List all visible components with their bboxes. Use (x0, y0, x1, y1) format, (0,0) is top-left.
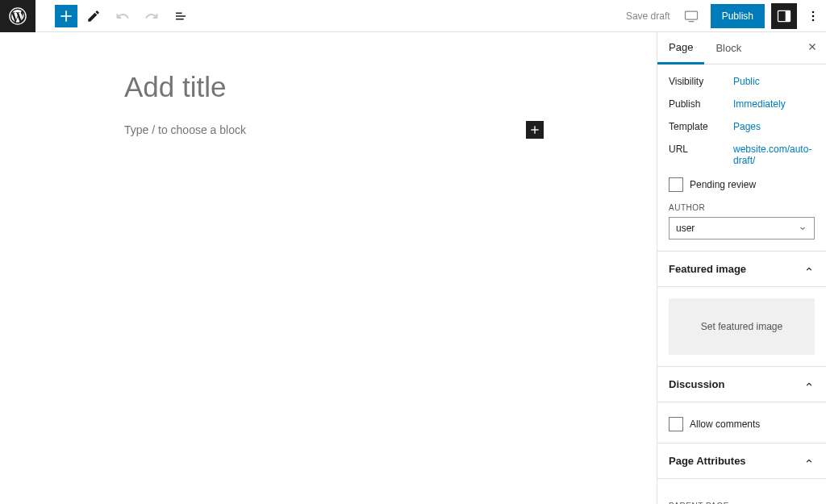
chevron-up-icon (803, 264, 815, 275)
top-toolbar: Save draft Publish (0, 0, 826, 32)
allow-comments-label: Allow comments (690, 419, 760, 430)
close-sidebar-button[interactable] (807, 41, 818, 56)
url-label: URL (669, 144, 733, 155)
chevron-up-icon (803, 456, 815, 467)
discussion-title: Discussion (669, 378, 724, 390)
chevron-up-icon (803, 379, 815, 390)
svg-point-5 (812, 15, 815, 17)
author-field-label: AUTHOR (669, 203, 815, 212)
pending-review-checkbox[interactable] (669, 177, 683, 192)
publish-label: Publish (669, 98, 733, 110)
discussion-header[interactable]: Discussion (657, 367, 826, 402)
add-block-button[interactable] (55, 5, 77, 27)
status-visibility-panel: Visibility Public Publish Immediately Te… (657, 65, 826, 252)
publish-button[interactable]: Publish (711, 4, 765, 28)
wordpress-icon (9, 7, 27, 25)
inline-add-block-button[interactable] (526, 121, 544, 139)
page-attributes-body: PARENT PAGE: (657, 479, 826, 504)
featured-image-body: Set featured image (657, 287, 826, 367)
visibility-label: Visibility (669, 76, 733, 87)
editor-canvas: Type / to choose a block (0, 32, 657, 504)
settings-sidebar: Page Block Visibility Public Publish Imm… (657, 32, 826, 504)
plus-icon (528, 123, 541, 136)
plus-icon (58, 8, 74, 24)
tab-block[interactable]: Block (704, 32, 753, 65)
template-label: Template (669, 121, 733, 132)
publish-value[interactable]: Immediately (733, 98, 815, 110)
tab-page[interactable]: Page (657, 32, 704, 65)
allow-comments-checkbox[interactable] (669, 417, 683, 431)
edit-tool-button[interactable] (81, 3, 106, 29)
page-attributes-title: Page Attributes (669, 455, 746, 467)
template-value[interactable]: Pages (733, 121, 815, 132)
save-draft-button[interactable]: Save draft (618, 10, 678, 22)
wordpress-logo[interactable] (0, 0, 35, 32)
svg-rect-1 (685, 11, 697, 19)
pending-review-label: Pending review (690, 179, 756, 190)
set-featured-image-button[interactable]: Set featured image (669, 298, 815, 355)
main-area: Type / to choose a block Page Block Visi… (0, 32, 826, 504)
author-selected-value: user (676, 223, 695, 234)
settings-sidebar-toggle[interactable] (771, 3, 797, 29)
visibility-value[interactable]: Public (733, 76, 815, 87)
sidebar-icon (776, 8, 792, 24)
featured-image-title: Featured image (669, 263, 746, 275)
undo-icon (115, 9, 130, 23)
sidebar-tabs: Page Block (657, 32, 826, 65)
outline-icon (173, 9, 188, 23)
redo-icon (144, 9, 159, 23)
desktop-icon (683, 8, 699, 24)
kebab-icon (805, 8, 821, 24)
featured-image-header[interactable]: Featured image (657, 252, 826, 287)
svg-point-4 (812, 10, 815, 13)
chevron-down-icon (798, 223, 807, 233)
undo-button[interactable] (110, 3, 136, 29)
preview-button[interactable] (678, 3, 704, 29)
svg-point-6 (812, 19, 815, 21)
page-attributes-header[interactable]: Page Attributes (657, 444, 826, 479)
post-title-input[interactable] (124, 71, 544, 103)
block-prompt-row: Type / to choose a block (124, 121, 544, 139)
url-value[interactable]: website.com/auto-draft/ (733, 144, 815, 166)
discussion-body: Allow comments (657, 402, 826, 444)
redo-button[interactable] (139, 3, 165, 29)
block-prompt-text[interactable]: Type / to choose a block (124, 123, 526, 136)
more-options-button[interactable] (800, 3, 826, 29)
pencil-icon (86, 9, 101, 23)
document-outline-button[interactable] (168, 3, 194, 29)
author-select[interactable]: user (669, 217, 815, 240)
close-icon (807, 41, 818, 52)
svg-rect-3 (786, 10, 791, 21)
